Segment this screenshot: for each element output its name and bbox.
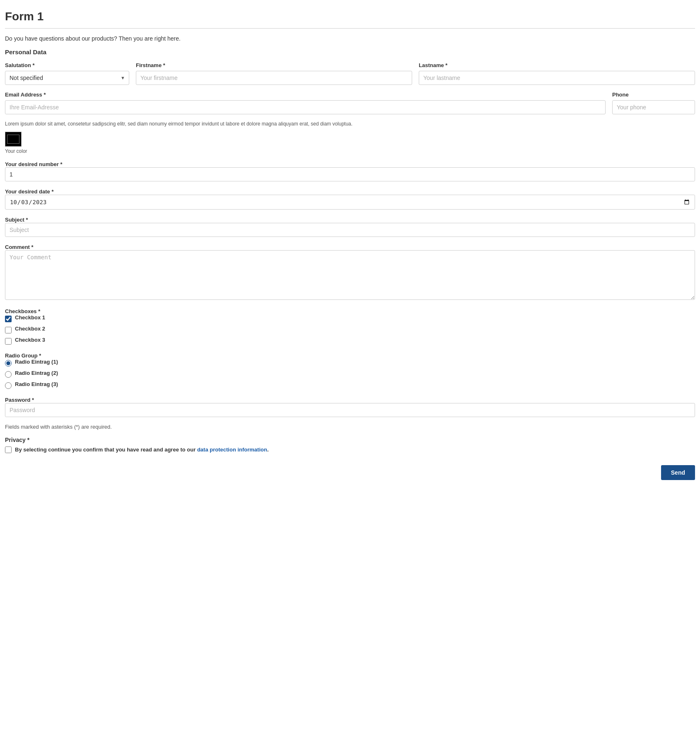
radio-item-1: Radio Eintrag (1): [5, 359, 695, 367]
lastname-group: Lastname *: [419, 62, 695, 85]
desired-number-input[interactable]: [5, 167, 695, 181]
privacy-section: Privacy * By selecting continue you conf…: [5, 437, 695, 455]
desired-number-label: Your desired number *: [5, 161, 62, 167]
subject-input[interactable]: [5, 223, 695, 237]
email-group: Email Address *: [5, 92, 606, 114]
salutation-group: Salutation * Not specified Mr. Ms. Mx.: [5, 62, 129, 85]
checkbox-item-2: Checkbox 2: [5, 326, 695, 334]
firstname-input[interactable]: [136, 71, 412, 85]
phone-group: Phone: [612, 92, 695, 114]
email-input[interactable]: [5, 100, 606, 114]
privacy-label: Privacy *: [5, 437, 695, 443]
form-section-personal: Salutation * Not specified Mr. Ms. Mx. F…: [5, 62, 695, 417]
salutation-select[interactable]: Not specified Mr. Ms. Mx.: [5, 71, 129, 85]
radio-item-3: Radio Eintrag (3): [5, 381, 695, 390]
radio-2[interactable]: [5, 371, 12, 378]
radio-3[interactable]: [5, 382, 12, 389]
radio-item-2: Radio Eintrag (2): [5, 370, 695, 379]
page-title: Form 1: [5, 10, 695, 23]
row-salutation-name: Salutation * Not specified Mr. Ms. Mx. F…: [5, 62, 695, 85]
divider: [5, 28, 695, 29]
comment-input[interactable]: [5, 250, 695, 300]
phone-input[interactable]: [612, 100, 695, 114]
checkbox-3-label: Checkbox 3: [15, 337, 45, 343]
email-helper-text: Lorem ipsum dolor sit amet, consetetur s…: [5, 121, 695, 127]
checkbox-item-1: Checkbox 1: [5, 314, 695, 323]
checkbox-item-3: Checkbox 3: [5, 337, 695, 345]
intro-text: Do you have questions about our products…: [5, 35, 695, 42]
comment-group: Comment *: [5, 244, 695, 301]
radio-group: Radio Group * Radio Eintrag (1) Radio Ei…: [5, 352, 695, 390]
lastname-input[interactable]: [419, 71, 695, 85]
subject-group: Subject *: [5, 216, 695, 237]
row-email-phone: Email Address * Phone: [5, 92, 695, 114]
section-personal-data: Personal Data: [5, 48, 695, 56]
checkboxes-label: Checkboxes *: [5, 308, 40, 314]
lastname-label: Lastname *: [419, 62, 695, 68]
comment-label: Comment *: [5, 244, 34, 250]
checkbox-1[interactable]: [5, 316, 12, 322]
send-button[interactable]: Send: [661, 465, 695, 480]
privacy-checkbox-row: By selecting continue you confirm that y…: [5, 446, 695, 455]
radio-3-label: Radio Eintrag (3): [15, 381, 58, 387]
checkbox-2[interactable]: [5, 327, 12, 333]
email-label: Email Address *: [5, 92, 606, 98]
color-input[interactable]: [5, 132, 22, 147]
submit-row: Send: [5, 465, 695, 480]
subject-label: Subject *: [5, 217, 28, 223]
radio-group-label: Radio Group *: [5, 352, 41, 359]
desired-date-group: Your desired date *: [5, 188, 695, 210]
desired-date-input[interactable]: [5, 195, 695, 210]
desired-date-label: Your desired date *: [5, 188, 54, 195]
firstname-group: Firstname *: [136, 62, 412, 85]
checkbox-1-label: Checkbox 1: [15, 314, 45, 321]
radio-2-label: Radio Eintrag (2): [15, 370, 58, 376]
password-label: Password *: [5, 397, 34, 403]
checkbox-2-label: Checkbox 2: [15, 326, 45, 332]
radio-1-label: Radio Eintrag (1): [15, 359, 58, 365]
password-input[interactable]: [5, 403, 695, 417]
privacy-link[interactable]: data protection information: [197, 446, 267, 453]
checkboxes-group: Checkboxes * Checkbox 1 Checkbox 2 Check…: [5, 308, 695, 345]
firstname-label: Firstname *: [136, 62, 412, 68]
salutation-label: Salutation *: [5, 62, 129, 68]
privacy-checkbox[interactable]: [5, 446, 12, 453]
checkbox-3[interactable]: [5, 338, 12, 345]
required-note: Fields marked with asterisks (*) are req…: [5, 424, 695, 430]
phone-label: Phone: [612, 92, 695, 98]
radio-1[interactable]: [5, 360, 12, 367]
password-group: Password *: [5, 396, 695, 417]
color-label: Your color: [5, 148, 695, 154]
privacy-text: By selecting continue you confirm that y…: [15, 446, 269, 453]
color-swatch-wrapper: [5, 132, 695, 147]
salutation-select-wrapper: Not specified Mr. Ms. Mx.: [5, 71, 129, 85]
desired-number-group: Your desired number *: [5, 161, 695, 181]
